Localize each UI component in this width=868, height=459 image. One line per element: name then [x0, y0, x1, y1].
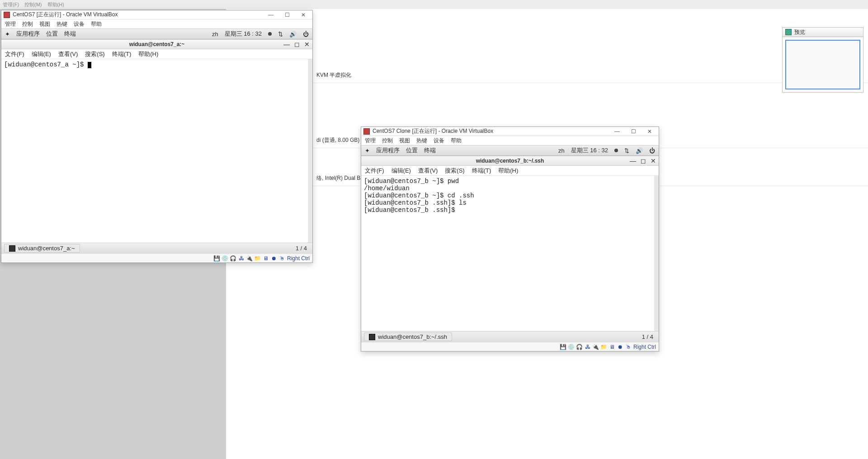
status-hdd-icon[interactable]: 💾 [560, 344, 566, 350]
clock[interactable]: 星期三 16 : 32 [571, 146, 608, 155]
vm-a-gnome-bottom-panel: widuan@centos7_a:~ 1 / 4 [1, 243, 312, 253]
vm-menu-devices[interactable]: 设备 [434, 137, 444, 145]
term-menu-file[interactable]: 文件(F) [5, 50, 24, 58]
apps-menu[interactable]: 应用程序 [376, 146, 400, 155]
host-menu-control[interactable]: 控制(M) [24, 1, 42, 8]
term-menu-terminal[interactable]: 终端(T) [472, 167, 491, 175]
status-net-icon[interactable]: 🖧 [585, 344, 591, 350]
terminal-minimize-button[interactable]: — [630, 157, 636, 164]
lang-indicator[interactable]: zh [558, 147, 565, 154]
close-button[interactable]: ✕ [297, 11, 310, 19]
places-menu[interactable]: 位置 [406, 146, 418, 155]
term-menu-terminal[interactable]: 终端(T) [112, 50, 132, 58]
host-menu-manage[interactable]: 管理(F) [3, 1, 19, 8]
status-mouse-icon[interactable]: 🖱 [279, 255, 285, 262]
status-net-icon[interactable]: 🖧 [238, 255, 245, 262]
term-line: /home/widuan [364, 185, 410, 192]
term-menu-view[interactable]: 查看(V) [58, 50, 78, 58]
minimize-button[interactable]: — [610, 127, 624, 136]
status-shared-icon[interactable]: 📁 [255, 255, 261, 262]
status-audio-icon[interactable]: 🎧 [230, 255, 236, 262]
vm-a-terminal-body[interactable]: [widuan@centos7_a ~]$ [1, 59, 312, 243]
terminal-maximize-button[interactable]: ◻ [294, 41, 300, 48]
vm-b-titlebar[interactable]: CentOS7 Clone [正在运行] - Oracle VM Virtual… [361, 127, 659, 136]
term-line: [widuan@centos7_b ~]$ cd .ssh [364, 192, 474, 199]
terminal-close-button[interactable]: ✕ [651, 157, 656, 164]
vm-menu-manage[interactable]: 管理 [5, 20, 16, 28]
terminal-close-button[interactable]: ✕ [304, 41, 310, 48]
terminal-menu[interactable]: 终端 [424, 146, 436, 155]
vm-menu-hotkey[interactable]: 热键 [57, 20, 67, 28]
term-menu-search[interactable]: 搜索(S) [445, 167, 464, 175]
vm-window-b: CentOS7 Clone [正在运行] - Oracle VM Virtual… [361, 126, 659, 351]
vm-b-terminal-menubar: 文件(F) 编辑(E) 查看(V) 搜索(S) 终端(T) 帮助(H) [361, 166, 659, 176]
vm-menu-control[interactable]: 控制 [22, 20, 33, 28]
status-optical-icon[interactable]: 💿 [568, 344, 575, 350]
term-menu-search[interactable]: 搜索(S) [85, 50, 104, 58]
status-audio-icon[interactable]: 🎧 [576, 344, 583, 350]
vm-window-a: CentOS7 [正在运行] - Oracle VM VirtualBox — … [1, 10, 313, 263]
term-menu-help[interactable]: 帮助(H) [498, 167, 518, 175]
workspace-indicator[interactable]: 1 / 4 [293, 245, 310, 252]
status-usb-icon[interactable]: 🔌 [246, 255, 253, 262]
vm-menu-view[interactable]: 视图 [39, 20, 50, 28]
status-hdd-icon[interactable]: 💾 [214, 255, 220, 262]
vm-a-terminal-titlebar[interactable]: widuan@centos7_a:~ — ◻ ✕ [1, 39, 312, 49]
host-key-indicator[interactable]: Right Ctrl [633, 344, 656, 350]
host-menu-help[interactable]: 帮助(H) [47, 1, 64, 8]
terminal-icon [9, 245, 15, 252]
term-menu-edit[interactable]: 编辑(E) [32, 50, 51, 58]
vm-menu-hotkey[interactable]: 热键 [416, 137, 427, 145]
vm-menu-devices[interactable]: 设备 [74, 20, 85, 28]
network-icon[interactable] [278, 31, 283, 37]
apps-menu[interactable]: 应用程序 [16, 30, 40, 38]
minimize-button[interactable]: — [264, 11, 278, 19]
status-display-icon[interactable]: 🖥 [263, 255, 269, 262]
power-icon[interactable] [649, 147, 655, 154]
places-menu[interactable]: 位置 [46, 30, 58, 38]
lang-indicator[interactable]: zh [212, 31, 218, 37]
vm-b-terminal-titlebar[interactable]: widuan@centos7_b:~/.ssh — ◻ ✕ [361, 156, 659, 166]
taskbar-terminal-task[interactable]: widuan@centos7_a:~ [4, 244, 80, 253]
status-usb-icon[interactable]: 🔌 [593, 344, 599, 350]
term-menu-edit[interactable]: 编辑(E) [392, 167, 411, 175]
vm-b-gnome-top-panel: ✦ 应用程序 位置 终端 zh 星期三 16 : 32 [361, 145, 659, 156]
term-menu-file[interactable]: 文件(F) [365, 167, 384, 175]
taskbar-terminal-task[interactable]: widuan@centos7_b:~/.ssh [364, 333, 452, 341]
terminal-title: widuan@centos7_b:~/.ssh [476, 158, 544, 164]
terminal-minimize-button[interactable]: — [283, 41, 290, 48]
sound-icon[interactable] [636, 147, 643, 154]
term-menu-help[interactable]: 帮助(H) [138, 50, 158, 58]
status-mouse-icon[interactable]: 🖱 [625, 344, 632, 350]
host-key-indicator[interactable]: Right Ctrl [287, 255, 310, 262]
preview-thumbnail[interactable] [785, 40, 860, 89]
terminal-maximize-button[interactable]: ◻ [641, 157, 646, 164]
vm-a-titlebar[interactable]: CentOS7 [正在运行] - Oracle VM VirtualBox — … [1, 10, 312, 19]
sound-icon[interactable] [289, 31, 297, 37]
vm-menu-manage[interactable]: 管理 [365, 137, 376, 145]
workspace-indicator[interactable]: 1 / 4 [639, 333, 656, 340]
term-line: [widuan@centos7_a ~]$ [4, 61, 88, 68]
power-icon[interactable] [303, 31, 309, 37]
close-button[interactable]: ✕ [643, 127, 656, 136]
maximize-button[interactable]: ☐ [280, 11, 294, 19]
term-line: [widuan@centos7_b ~]$ pwd [364, 178, 459, 185]
vm-b-terminal-body[interactable]: [widuan@centos7_b ~]$ pwd /home/widuan [… [361, 176, 659, 331]
vm-menu-view[interactable]: 视图 [399, 137, 410, 145]
maximize-button[interactable]: ☐ [627, 127, 640, 136]
task-label: widuan@centos7_b:~/.ssh [378, 333, 447, 340]
term-menu-view[interactable]: 查看(V) [418, 167, 438, 175]
status-rec-icon[interactable]: ⏺ [271, 255, 277, 262]
clock[interactable]: 星期三 16 : 32 [225, 30, 262, 38]
vm-menu-help[interactable]: 帮助 [91, 20, 102, 28]
vm-menu-control[interactable]: 控制 [382, 137, 393, 145]
vm-menu-help[interactable]: 帮助 [451, 137, 462, 145]
network-icon[interactable] [624, 147, 629, 154]
status-rec-icon[interactable]: ⏺ [617, 344, 623, 350]
status-optical-icon[interactable]: 💿 [222, 255, 228, 262]
status-shared-icon[interactable]: 📁 [601, 344, 607, 350]
status-display-icon[interactable]: 🖥 [609, 344, 615, 350]
preview-title: 预览 [794, 28, 805, 36]
virtualbox-icon [4, 12, 10, 18]
terminal-menu[interactable]: 终端 [64, 30, 76, 38]
